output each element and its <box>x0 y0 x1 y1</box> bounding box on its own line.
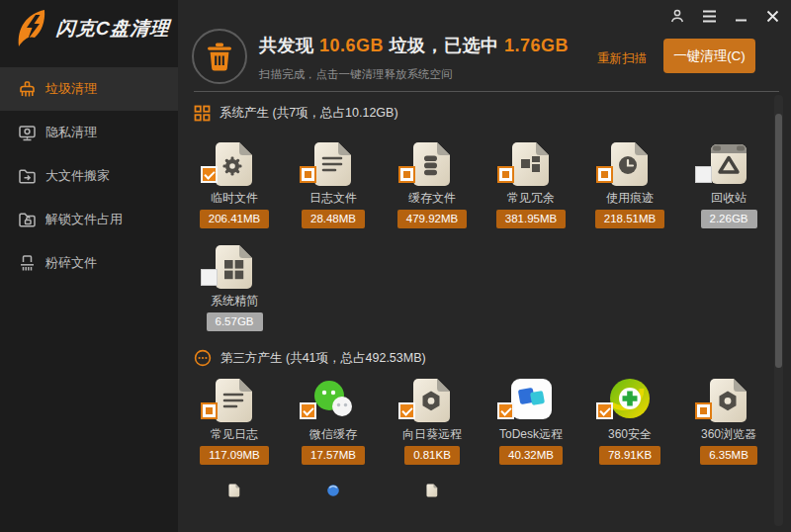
tile-label: 常见冗余 <box>507 191 555 206</box>
clock-file-icon <box>607 140 653 188</box>
sidebar-item-junk-clean[interactable]: 垃圾清理 <box>0 67 178 111</box>
tile-label: 向日葵远程 <box>402 427 462 442</box>
windows-file-icon <box>212 243 257 291</box>
tile-label: 回收站 <box>711 191 747 206</box>
tile-label: 微信缓存 <box>309 427 357 442</box>
scan-summary-badge <box>192 29 247 84</box>
tile-checkbox[interactable] <box>695 166 712 183</box>
summary-middle: 垃圾，已选中 <box>384 36 504 55</box>
tile-wechat-cache[interactable]: 微信缓存 17.57MB <box>284 377 383 465</box>
tile-checkbox[interactable] <box>398 166 415 183</box>
tile-size-badge: 78.91KB <box>599 446 660 465</box>
tile-checkbox[interactable] <box>398 402 415 419</box>
tile-label: 缓存文件 <box>408 191 456 206</box>
summary-prefix: 共发现 <box>259 36 319 55</box>
user-icon[interactable] <box>668 7 686 25</box>
tile-size-badge: 17.57MB <box>302 446 365 465</box>
tile-checkbox[interactable] <box>201 402 218 419</box>
sidebar-item-label: 解锁文件占用 <box>45 211 123 228</box>
scan-summary-subtitle: 扫描完成，点击一键清理释放系统空间 <box>259 67 453 82</box>
tile-360-browser[interactable]: 360浏览器 6.35MB <box>679 377 778 465</box>
log-file-icon <box>212 484 257 497</box>
browser-globe-icon <box>310 484 356 497</box>
tile-size-badge: 28.48MB <box>302 210 365 228</box>
todesk-icon <box>508 377 554 424</box>
tile-label: 系统精简 <box>211 294 258 309</box>
tile-size-badge: 218.51MB <box>595 210 664 228</box>
tile-360-security[interactable]: 360安全 78.91KB <box>580 377 679 465</box>
sidebar-item-shred-files[interactable]: 粉碎文件 <box>0 241 178 285</box>
thirdparty-tiles-row: 常见日志 117.09MB 微信缓存 17.57MB 向日葵远程 0 <box>185 377 778 465</box>
tile-checkbox[interactable] <box>695 402 712 419</box>
recycle-bin-icon <box>706 140 751 188</box>
sidebar-item-unlock-files[interactable]: 解锁文件占用 <box>0 198 178 241</box>
selected-size-value: 1.76GB <box>504 36 569 55</box>
tile-size-badge: 6.57GB <box>207 312 263 331</box>
sidebar-item-big-file-move[interactable]: 大文件搬家 <box>0 154 178 198</box>
section-header-thirdparty: 第三方产生 (共41项，总占492.53MB) <box>194 349 426 367</box>
tile-checkbox[interactable] <box>201 269 218 286</box>
tile-size-badge: 40.32MB <box>499 446 563 465</box>
sidebar-item-label: 粉碎文件 <box>45 254 97 272</box>
tile-log-files[interactable]: 日志文件 28.48MB <box>284 140 383 228</box>
tile-system-slim[interactable]: 系统精简 6.57GB <box>185 243 284 331</box>
tile-cache-files[interactable]: 缓存文件 479.92MB <box>383 140 482 228</box>
section-header-system: 系统产生 (共7项，总占10.12GB) <box>194 105 398 122</box>
tile-partial[interactable] <box>284 484 383 497</box>
tile-size-badge: 0.81KB <box>404 446 460 465</box>
tile-checkbox[interactable] <box>596 402 613 419</box>
tile-checkbox[interactable] <box>300 166 316 183</box>
tile-label: ToDesk远程 <box>499 427 563 442</box>
tile-recycle-bin[interactable]: 回收站 2.26GB <box>679 140 778 228</box>
tile-common-logs[interactable]: 常见日志 117.09MB <box>185 377 284 465</box>
tile-size-badge: 2.26GB <box>701 210 757 228</box>
tile-usage-traces[interactable]: 使用痕迹 218.51MB <box>580 140 679 228</box>
log-file-icon <box>310 140 356 188</box>
menu-icon[interactable] <box>700 7 718 25</box>
section-title: 第三方产生 (共41项，总占492.53MB) <box>220 350 426 367</box>
thirdparty-tiles-row-partial <box>185 484 778 497</box>
scrollbar-thumb[interactable] <box>775 114 782 368</box>
app-title: 闪克C盘清理 <box>55 16 171 42</box>
tile-common-redundancy[interactable]: 常见冗余 381.95MB <box>482 140 580 228</box>
tile-todesk-remote[interactable]: ToDesk远程 40.32MB <box>482 377 580 465</box>
shred-file-icon <box>18 254 37 273</box>
ellipsis-circle-icon <box>194 349 212 367</box>
rescan-link[interactable]: 重新扫描 <box>597 50 647 67</box>
nut-file-icon <box>409 377 455 424</box>
found-size-value: 10.6GB <box>319 36 384 55</box>
app-logo: 闪克C盘清理 <box>14 8 170 49</box>
360-security-icon <box>607 377 653 424</box>
tile-size-badge: 117.09MB <box>200 446 269 465</box>
one-click-clean-button[interactable]: 一键清理(C) <box>663 39 755 73</box>
tile-checkbox[interactable] <box>497 166 514 183</box>
section-title: 系统产生 (共7项，总占10.12GB) <box>220 105 398 122</box>
window-controls <box>668 7 781 25</box>
tile-checkbox[interactable] <box>201 166 218 183</box>
minimize-icon[interactable] <box>732 7 749 25</box>
redundant-file-icon <box>508 140 554 188</box>
tile-checkbox[interactable] <box>596 166 613 183</box>
tile-size-badge: 6.35MB <box>700 446 757 465</box>
wechat-icon <box>310 377 356 424</box>
brush-icon <box>18 80 37 99</box>
sidebar: 闪克C盘清理 垃圾清理 隐私清理 <box>0 0 178 532</box>
sidebar-item-label: 大文件搬家 <box>45 167 110 185</box>
tile-checkbox[interactable] <box>300 402 316 419</box>
tile-temp-files[interactable]: 临时文件 206.41MB <box>185 140 284 228</box>
grid-icon <box>194 105 211 122</box>
database-file-icon <box>409 140 455 188</box>
sidebar-item-privacy-clean[interactable]: 隐私清理 <box>0 111 178 154</box>
system-tiles-row-2: 系统精简 6.57GB <box>185 243 778 331</box>
unlock-folder-icon <box>18 211 37 229</box>
tile-size-badge: 206.41MB <box>200 210 269 228</box>
header-divider <box>194 91 779 92</box>
move-folder-icon <box>18 167 37 186</box>
sidebar-item-label: 隐私清理 <box>45 124 97 141</box>
tile-partial[interactable] <box>185 484 284 497</box>
tile-partial[interactable] <box>383 484 482 497</box>
log-file-icon <box>409 484 455 497</box>
tile-checkbox[interactable] <box>497 402 514 419</box>
tile-sunlogin-remote[interactable]: 向日葵远程 0.81KB <box>383 377 482 465</box>
close-icon[interactable] <box>763 7 781 25</box>
